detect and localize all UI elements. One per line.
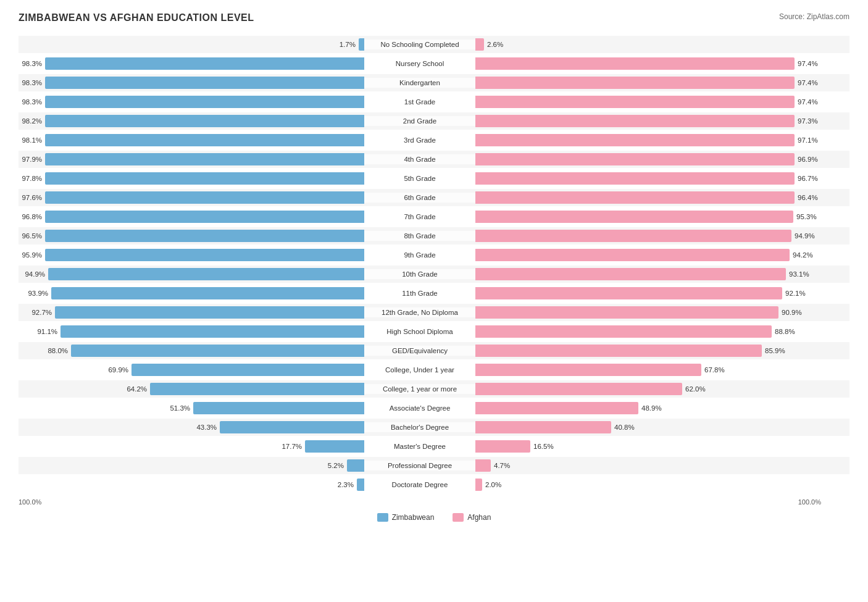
center-category-label: GED/Equivalency (364, 346, 475, 356)
right-bar-container: 97.4% (475, 96, 821, 108)
left-value-label: 96.5% (19, 232, 42, 240)
right-bar (475, 191, 795, 204)
right-bar-container: 2.6% (475, 38, 821, 51)
left-bar-container: 98.3% (19, 77, 364, 89)
right-value-label: 96.7% (798, 175, 821, 182)
left-value-label: 98.3% (19, 79, 42, 86)
right-value-label: 95.3% (796, 213, 820, 220)
left-bar (359, 38, 364, 51)
center-category-label: Kindergarten (364, 78, 475, 88)
axis-row: 100.0% 100.0% (19, 498, 849, 506)
right-value-label: 2.6% (487, 41, 511, 48)
right-value-label: 16.5% (533, 443, 557, 450)
right-bar-container: 95.3% (475, 211, 821, 223)
center-category-label: 6th Grade (364, 193, 475, 203)
center-category-label: 3rd Grade (364, 135, 475, 145)
axis-center (364, 498, 475, 506)
center-category-label: 2nd Grade (364, 116, 475, 126)
right-bar-container: 67.8% (475, 364, 821, 376)
right-bar (475, 325, 772, 338)
right-bar-container: 97.4% (475, 57, 821, 70)
left-bar (45, 191, 364, 204)
center-category-label: 9th Grade (364, 250, 475, 260)
right-bar (475, 306, 778, 319)
right-bar (475, 153, 795, 165)
right-bar-container: 88.8% (475, 325, 821, 338)
right-bar-container: 16.5% (475, 440, 821, 453)
left-bar (305, 440, 364, 453)
left-bar-container: 96.8% (19, 211, 364, 223)
legend-item-zimbabwean: Zimbabwean (377, 513, 435, 522)
right-value-label: 62.0% (685, 385, 709, 393)
center-category-label: College, 1 year or more (364, 384, 475, 394)
right-value-label: 48.9% (641, 404, 665, 412)
left-bar (45, 134, 364, 146)
left-bar (150, 383, 364, 395)
right-bar (475, 459, 491, 472)
center-category-label: 12th Grade, No Diploma (364, 307, 475, 317)
left-value-label: 92.7% (28, 309, 52, 316)
right-value-label: 94.9% (795, 232, 818, 240)
left-bar (45, 57, 364, 70)
chart-row: 98.3% Kindergarten 97.4% (19, 74, 849, 91)
left-value-label: 97.8% (19, 175, 42, 182)
left-bar (45, 153, 364, 165)
center-category-label: Associate's Degree (364, 403, 475, 413)
left-bar (45, 96, 364, 108)
left-bar-container: 94.9% (19, 268, 364, 280)
left-value-label: 1.7% (332, 41, 356, 48)
left-bar (61, 325, 364, 338)
right-value-label: 85.9% (765, 347, 788, 354)
right-bar-container: 97.4% (475, 77, 821, 89)
left-value-label: 5.2% (320, 462, 344, 469)
left-value-label: 98.3% (19, 60, 42, 67)
center-category-label: Professional Degree (364, 461, 475, 470)
right-bar-container: 40.8% (475, 421, 821, 433)
left-bar-container: 1.7% (19, 38, 364, 51)
chart-row: 2.3% Doctorate Degree 2.0% (19, 476, 849, 493)
left-value-label: 91.1% (34, 328, 57, 335)
right-bar-container: 4.7% (475, 459, 821, 472)
left-bar (45, 211, 364, 223)
right-bar-container: 94.9% (475, 230, 821, 242)
axis-right-label: 100.0% (798, 498, 821, 506)
right-value-label: 97.3% (798, 117, 821, 125)
left-bar-container: 88.0% (19, 345, 364, 357)
center-category-label: 4th Grade (364, 154, 475, 164)
left-bar (71, 345, 364, 357)
chart-row: 98.3% 1st Grade 97.4% (19, 93, 849, 111)
right-bar (475, 440, 530, 453)
right-value-label: 96.9% (798, 156, 821, 163)
source-text: Source: ZipAtlas.com (779, 12, 849, 21)
left-bar-container: 43.3% (19, 421, 364, 433)
left-bar-container: 91.1% (19, 325, 364, 338)
right-bar-container: 97.1% (475, 134, 821, 146)
right-bar (475, 38, 484, 51)
left-bar-container: 97.9% (19, 153, 364, 165)
left-bar (45, 172, 364, 185)
left-bar-container: 96.5% (19, 230, 364, 242)
chart-row: 69.9% College, Under 1 year 67.8% (19, 361, 849, 378)
right-bar-container: 96.7% (475, 172, 821, 185)
right-bar-container: 92.1% (475, 287, 821, 299)
axis-right: 100.0% (475, 498, 821, 506)
left-value-label: 95.9% (19, 251, 42, 259)
left-value-label: 97.6% (19, 194, 42, 201)
chart-row: 95.9% 9th Grade 94.2% (19, 246, 849, 264)
right-value-label: 4.7% (494, 462, 517, 469)
center-category-label: 10th Grade (364, 269, 475, 279)
left-value-label: 94.9% (22, 270, 45, 278)
left-bar-container: 69.9% (19, 364, 364, 376)
right-bar (475, 364, 701, 376)
legend-box-zimbabwean (377, 513, 388, 522)
left-bar-container: 5.2% (19, 459, 364, 472)
center-category-label: 1st Grade (364, 97, 475, 107)
right-bar-container: 90.9% (475, 306, 821, 319)
right-bar-container: 2.0% (475, 479, 821, 491)
left-value-label: 43.3% (193, 424, 217, 431)
left-value-label: 96.8% (19, 213, 42, 220)
center-category-label: Master's Degree (364, 441, 475, 451)
right-bar (475, 77, 795, 89)
right-value-label: 93.1% (789, 270, 812, 278)
chart-row: 98.2% 2nd Grade 97.3% (19, 112, 849, 130)
